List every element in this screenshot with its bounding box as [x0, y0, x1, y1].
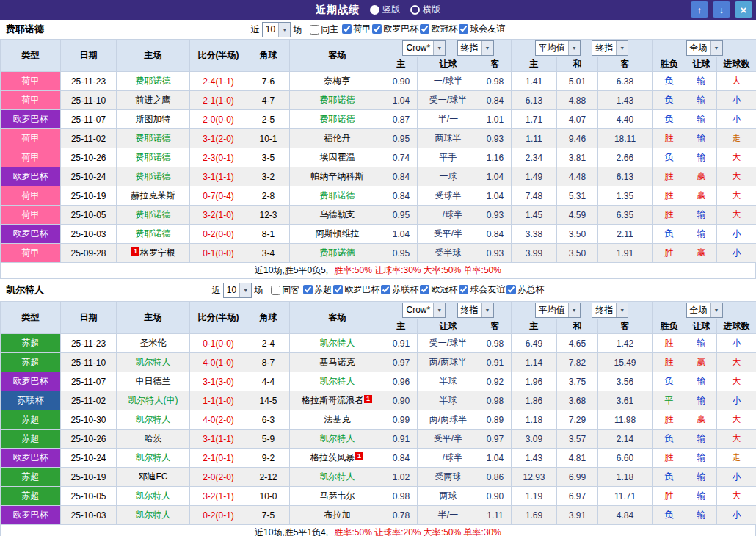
league-checkbox[interactable]: [420, 285, 429, 294]
league-checkbox[interactable]: [420, 24, 429, 34]
match-score[interactable]: 2-1(0-1): [190, 449, 247, 468]
away-team[interactable]: 凯尔特人: [290, 430, 385, 449]
scope-filter[interactable]: 同主: [310, 23, 338, 36]
match-score[interactable]: 2-4(1-1): [190, 72, 247, 91]
home-team-name[interactable]: 圣米伦: [140, 338, 167, 348]
away-team[interactable]: 费耶诺德: [290, 244, 385, 263]
home-team-name[interactable]: 凯尔特人: [136, 357, 171, 367]
away-team[interactable]: 阿斯顿维拉: [290, 225, 385, 244]
handicap-time-dropdown[interactable]: 终指▼: [457, 303, 494, 318]
league-filter[interactable]: 欧罗巴杯: [333, 283, 379, 296]
odds-time-dropdown[interactable]: 终指▼: [592, 40, 628, 56]
away-team-name[interactable]: 法基克: [324, 414, 351, 424]
away-team-name[interactable]: 费耶诺德: [320, 247, 355, 258]
home-team-name[interactable]: 前进之鹰: [136, 95, 171, 105]
match-score[interactable]: 0-1(0-0): [190, 334, 247, 353]
match-score[interactable]: 0-2(0-1): [190, 506, 247, 525]
away-team[interactable]: 福伦丹: [290, 129, 385, 148]
layout-option-horizontal[interactable]: 横版: [410, 4, 440, 16]
away-team-name[interactable]: 马瑟韦尔: [320, 490, 355, 501]
match-score[interactable]: 0-2(0-0): [190, 225, 247, 244]
league-checkbox[interactable]: [506, 285, 516, 294]
away-team-name[interactable]: 凯尔特人: [320, 471, 355, 482]
league-filter[interactable]: 欧罗巴杯: [372, 23, 418, 35]
match-score[interactable]: 2-3(0-1): [190, 148, 247, 167]
home-team[interactable]: 凯尔特人: [117, 353, 190, 372]
away-team[interactable]: 凯尔特人: [290, 334, 385, 353]
home-team[interactable]: 凯尔特人: [117, 506, 190, 525]
average-dropdown[interactable]: 平均值▼: [535, 303, 581, 318]
home-team[interactable]: 前进之鹰: [117, 91, 190, 110]
match-score[interactable]: 2-0(2-0): [190, 468, 247, 487]
league-filter[interactable]: 球会友谊: [459, 23, 505, 35]
away-team[interactable]: 乌德勒支: [290, 206, 385, 225]
away-team-name[interactable]: 凯尔特人: [320, 338, 355, 348]
home-team-name[interactable]: 哈茨: [145, 433, 162, 443]
away-team[interactable]: 布拉加: [290, 506, 385, 525]
away-team[interactable]: 费耶诺德: [290, 110, 385, 129]
home-team-name[interactable]: 费耶诺德: [136, 228, 171, 239]
away-team-name[interactable]: 费耶诺德: [320, 95, 355, 105]
odds-company-dropdown[interactable]: Crow*▼: [402, 303, 446, 318]
match-score[interactable]: 3-1(1-1): [190, 167, 247, 186]
away-team[interactable]: 帕纳辛纳科斯: [290, 167, 385, 186]
away-team-name[interactable]: 基马诺克: [320, 357, 355, 367]
period-dropdown[interactable]: 全场▼: [686, 303, 723, 318]
away-team[interactable]: 费耶诺德: [290, 186, 385, 206]
home-team-name[interactable]: 凯尔特人: [136, 510, 171, 520]
move-down-button[interactable]: ↓: [713, 1, 730, 18]
match-score[interactable]: 3-2(1-1): [190, 487, 247, 506]
home-team[interactable]: 中日德兰: [117, 372, 190, 391]
home-team-name[interactable]: 凯尔特人: [136, 452, 171, 463]
home-team[interactable]: 费耶诺德: [117, 225, 190, 244]
home-team[interactable]: 斯图加特: [117, 110, 190, 129]
league-filter[interactable]: 苏联杯: [381, 283, 418, 296]
match-score[interactable]: 3-1(3-0): [190, 372, 247, 391]
home-team-name[interactable]: 费耶诺德: [136, 209, 171, 220]
league-checkbox[interactable]: [372, 24, 382, 34]
home-team[interactable]: 费耶诺德: [117, 148, 190, 167]
home-team-name[interactable]: 中日德兰: [136, 376, 171, 386]
away-team-name[interactable]: 凯尔特人: [320, 376, 355, 386]
home-team-name[interactable]: 斯图加特: [136, 114, 171, 124]
away-team-name[interactable]: 帕纳辛纳科斯: [311, 171, 364, 181]
odds-company-dropdown[interactable]: Crow*▼: [402, 40, 446, 56]
league-checkbox[interactable]: [459, 285, 468, 294]
handicap-time-dropdown[interactable]: 终指▼: [457, 40, 494, 56]
close-button[interactable]: ×: [735, 1, 752, 18]
layout-option-vertical[interactable]: 竖版: [370, 4, 400, 16]
odds-time-dropdown[interactable]: 终指▼: [592, 303, 628, 318]
away-team-name[interactable]: 乌德勒支: [320, 209, 355, 220]
away-team-name[interactable]: 埃因霍温: [320, 152, 355, 162]
scope-checkbox[interactable]: [271, 286, 280, 295]
match-score[interactable]: 0-7(0-4): [190, 186, 247, 206]
away-team[interactable]: 凯尔特人: [290, 372, 385, 391]
home-team[interactable]: 费耶诺德: [117, 72, 190, 91]
home-team-name[interactable]: 凯尔特人: [136, 414, 171, 424]
match-score[interactable]: 2-0(0-0): [190, 110, 247, 129]
league-filter[interactable]: 苏超: [303, 283, 332, 296]
away-team-name[interactable]: 凯尔特人: [320, 433, 355, 443]
home-team[interactable]: 凯尔特人: [117, 449, 190, 468]
home-team[interactable]: 费耶诺德: [117, 129, 190, 148]
away-team-name[interactable]: 奈梅亨: [324, 76, 351, 86]
match-count-dropdown[interactable]: 10 ▼: [262, 22, 291, 37]
away-team[interactable]: 凯尔特人: [290, 468, 385, 487]
away-team[interactable]: 奈梅亨: [290, 72, 385, 91]
league-filter[interactable]: 欧冠杯: [420, 283, 457, 296]
match-score[interactable]: 3-1(2-0): [190, 129, 247, 148]
match-score[interactable]: 3-1(1-1): [190, 430, 247, 449]
scope-filter[interactable]: 同客: [271, 284, 299, 297]
away-team-name[interactable]: 格拉斯哥流浪者: [302, 395, 363, 405]
home-team-name[interactable]: 费耶诺德: [136, 76, 171, 86]
league-checkbox[interactable]: [342, 24, 352, 34]
home-team[interactable]: 凯尔特人: [117, 410, 190, 430]
match-score[interactable]: 2-1(1-0): [190, 91, 247, 110]
home-team[interactable]: 1格罗宁根: [117, 244, 190, 263]
away-team-name[interactable]: 格拉茨风暴: [310, 452, 355, 463]
away-team[interactable]: 格拉斯哥流浪者1: [290, 391, 385, 410]
league-filter[interactable]: 苏总杯: [506, 283, 544, 296]
period-dropdown[interactable]: 全场▼: [686, 40, 723, 56]
home-team[interactable]: 凯尔特人: [117, 487, 190, 506]
scope-checkbox[interactable]: [310, 25, 319, 35]
